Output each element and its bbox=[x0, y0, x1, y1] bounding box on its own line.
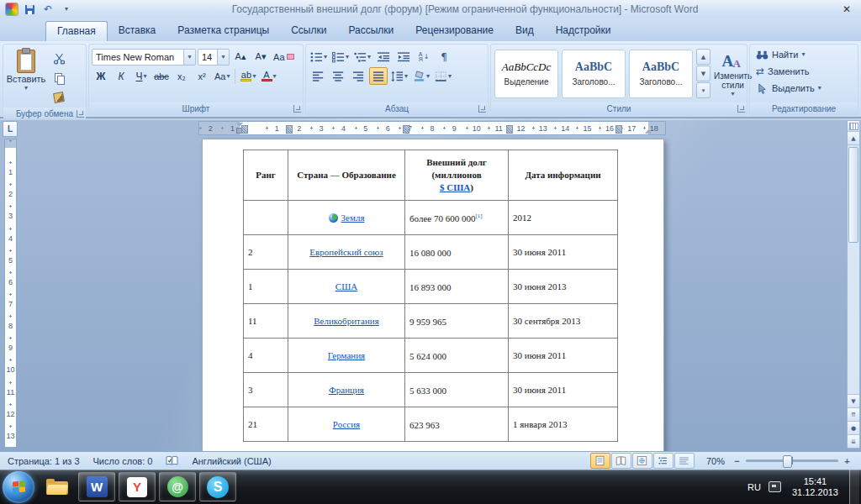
font-family-select[interactable]: Times New Roman ▾ bbox=[92, 49, 196, 66]
cell-debt[interactable]: более 70 600 000[1] bbox=[405, 201, 509, 235]
taskbar-yandex-button[interactable]: Y bbox=[119, 472, 156, 501]
draft-view-button[interactable] bbox=[674, 453, 695, 469]
zoom-slider-thumb[interactable] bbox=[783, 455, 792, 468]
chevron-down-icon[interactable]: ▾ bbox=[183, 50, 195, 65]
style-item[interactable]: AaBbC Заголово... bbox=[562, 50, 626, 98]
column-header-country[interactable]: Страна — Образование bbox=[288, 150, 405, 201]
style-item[interactable]: AaBbC Заголово... bbox=[629, 50, 693, 98]
office-button-icon[interactable] bbox=[5, 3, 18, 16]
cell-rank[interactable]: 21 bbox=[244, 407, 288, 442]
column-header-rank[interactable]: Ранг bbox=[244, 150, 288, 201]
cell-rank[interactable]: 2 bbox=[244, 235, 288, 270]
close-button[interactable]: ✕ bbox=[832, 3, 861, 15]
taskbar-skype-button[interactable]: S bbox=[199, 472, 236, 501]
country-link[interactable]: Великобритания bbox=[314, 316, 379, 326]
tray-status-icon[interactable] bbox=[769, 481, 781, 492]
replace-button[interactable]: ⇄ Заменить bbox=[753, 63, 855, 80]
dialog-launcher-icon[interactable] bbox=[77, 110, 84, 118]
print-layout-view-button[interactable] bbox=[590, 453, 610, 469]
zoom-in-button[interactable]: + bbox=[842, 456, 853, 466]
select-button[interactable]: Выделить ▾ bbox=[753, 80, 855, 97]
cell-date[interactable]: 2012 bbox=[509, 201, 618, 235]
save-button[interactable] bbox=[22, 3, 37, 16]
font-size-select[interactable]: 14 ▾ bbox=[198, 49, 230, 66]
next-page-button[interactable]: ⇊ bbox=[848, 434, 859, 448]
cell-date[interactable]: 30 июня 2011 bbox=[509, 339, 618, 373]
language-indicator[interactable]: Английский (США) bbox=[192, 456, 271, 466]
column-header-debt[interactable]: Внешний долг (миллионов $ США) bbox=[405, 150, 509, 201]
country-link[interactable]: Земля bbox=[341, 213, 365, 223]
dialog-launcher-icon[interactable] bbox=[478, 105, 486, 113]
usd-link[interactable]: $ США bbox=[440, 182, 470, 192]
copy-button[interactable] bbox=[50, 69, 68, 87]
ribbon-tab[interactable]: Вид bbox=[504, 21, 545, 41]
italic-button[interactable]: К bbox=[112, 67, 130, 85]
table-column-marker[interactable] bbox=[403, 125, 409, 134]
outline-view-button[interactable] bbox=[653, 453, 673, 469]
styles-scroll-up-button[interactable]: ▲ bbox=[696, 49, 710, 65]
table-column-marker[interactable] bbox=[286, 125, 293, 134]
dialog-launcher-icon[interactable] bbox=[737, 105, 745, 113]
horizontal-ruler[interactable]: 21123456789101112131415161718 bbox=[198, 121, 666, 135]
bold-button[interactable]: Ж bbox=[92, 67, 110, 85]
style-item[interactable]: AaBbCcDc Выделение bbox=[494, 50, 558, 98]
cell-debt[interactable]: 9 959 965 bbox=[405, 304, 509, 339]
word-count[interactable]: Число слов: 0 bbox=[93, 456, 153, 466]
strikethrough-button[interactable]: abc bbox=[152, 67, 171, 85]
cell-rank[interactable]: 3 bbox=[244, 373, 288, 407]
grow-font-button[interactable]: А▴ bbox=[231, 48, 250, 66]
footnote-link[interactable]: [1] bbox=[475, 213, 482, 219]
vertical-ruler[interactable]: 12345678910111213 bbox=[4, 139, 17, 448]
taskbar-agent-button[interactable]: @ bbox=[159, 472, 196, 501]
ribbon-tab[interactable]: Рассылки bbox=[337, 21, 404, 41]
find-button[interactable]: Найти ▾ bbox=[753, 46, 855, 63]
ribbon-tab[interactable]: Рецензирование bbox=[404, 21, 504, 41]
subscript-button[interactable]: x₂ bbox=[172, 67, 191, 85]
cell-debt[interactable]: 623 963 bbox=[405, 407, 509, 442]
align-right-button[interactable] bbox=[349, 67, 367, 85]
ruler-toggle-button[interactable] bbox=[848, 121, 859, 132]
increase-indent-button[interactable] bbox=[394, 48, 413, 66]
scrollbar-thumb[interactable] bbox=[848, 147, 858, 243]
change-case-button[interactable]: Aa▾ bbox=[213, 67, 231, 85]
cell-country[interactable]: Франция bbox=[288, 373, 405, 407]
document-page[interactable]: Ранг Страна — Образование Внешний долг (… bbox=[202, 139, 664, 451]
cell-rank[interactable]: 4 bbox=[244, 339, 288, 373]
undo-button[interactable]: ↶ bbox=[40, 3, 55, 16]
select-browse-object-button[interactable]: ● bbox=[848, 421, 859, 434]
cut-button[interactable] bbox=[50, 50, 68, 67]
ribbon-tab[interactable]: Ссылки bbox=[280, 21, 337, 41]
shrink-font-button[interactable]: А▾ bbox=[251, 48, 270, 66]
scroll-up-button[interactable]: ▲ bbox=[848, 132, 859, 145]
shading-button[interactable]: ▾ bbox=[411, 67, 431, 85]
start-button[interactable] bbox=[3, 471, 34, 503]
dialog-launcher-icon[interactable] bbox=[293, 105, 301, 113]
cell-debt[interactable]: 16 080 000 bbox=[405, 235, 509, 270]
styles-scroll-down-button[interactable]: ▼ bbox=[696, 66, 710, 81]
styles-gallery-more-button[interactable]: ▾ bbox=[696, 82, 710, 98]
paste-button[interactable]: Вставить ▾ bbox=[6, 46, 46, 106]
zoom-level[interactable]: 70% bbox=[706, 456, 725, 466]
tab-selector[interactable]: L bbox=[3, 121, 18, 137]
clear-formatting-button[interactable]: Аа bbox=[272, 48, 296, 66]
taskbar-explorer-button[interactable] bbox=[40, 473, 75, 501]
decrease-indent-button[interactable] bbox=[374, 48, 393, 66]
country-link[interactable]: США bbox=[335, 281, 357, 291]
align-left-button[interactable] bbox=[309, 67, 327, 85]
table-column-marker[interactable] bbox=[506, 125, 513, 134]
cell-debt[interactable]: 16 893 000 bbox=[405, 270, 509, 304]
full-screen-reading-view-button[interactable] bbox=[611, 453, 631, 469]
cell-country[interactable]: Германия bbox=[288, 339, 405, 373]
show-paragraph-marks-button[interactable]: ¶ bbox=[435, 48, 453, 66]
cell-country[interactable]: США bbox=[288, 270, 405, 304]
sort-button[interactable]: АЯ ↓ bbox=[415, 48, 433, 66]
justify-button[interactable] bbox=[369, 67, 388, 85]
format-painter-button[interactable] bbox=[50, 88, 68, 106]
country-link[interactable]: Германия bbox=[328, 350, 365, 360]
cell-date[interactable]: 30 июня 2013 bbox=[509, 270, 618, 304]
zoom-out-button[interactable]: − bbox=[732, 456, 742, 466]
language-switcher[interactable]: RU bbox=[747, 482, 761, 492]
page-indicator[interactable]: Страница: 1 из 3 bbox=[8, 456, 80, 466]
multilevel-list-button[interactable]: ▾ bbox=[352, 48, 372, 66]
cell-country[interactable]: Европейский союз bbox=[288, 235, 405, 270]
